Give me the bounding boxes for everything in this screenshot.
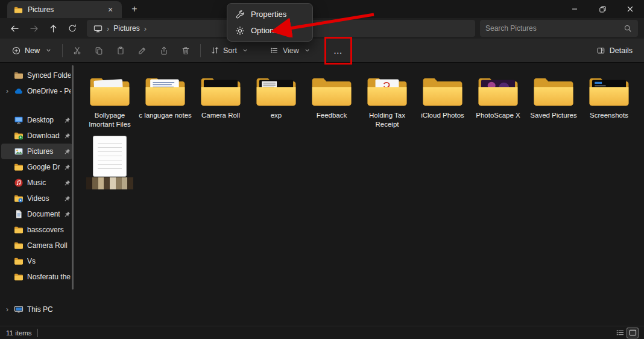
folder-item[interactable]: Bollypage Imortant Files xyxy=(82,74,137,129)
sort-button[interactable]: Sort xyxy=(204,42,256,59)
sidebar-item-camera-roll[interactable]: Camera Roll xyxy=(1,238,72,253)
command-bar: New Sort View … Details xyxy=(0,39,644,63)
file-item[interactable] xyxy=(82,136,137,192)
sidebar-item-label: Desktop xyxy=(27,116,60,124)
details-view-toggle[interactable] xyxy=(614,328,625,338)
pc-icon xyxy=(14,305,24,314)
sidebar-item-label: Nosferatu the Va xyxy=(27,273,71,281)
breadcrumb-separator: › xyxy=(107,24,109,33)
sidebar-item-this-pc[interactable]: ›This PC xyxy=(1,302,72,317)
breadcrumb-pictures[interactable]: Pictures xyxy=(113,24,139,33)
large-icons-view-toggle[interactable] xyxy=(627,328,638,338)
tab-title: Pictures xyxy=(28,5,100,14)
up-button[interactable] xyxy=(43,20,63,37)
sidebar-item-music[interactable]: Music xyxy=(1,175,72,191)
file-name: Bollypage Imortant Files xyxy=(83,111,137,129)
music-icon xyxy=(14,178,24,188)
details-button[interactable]: Details xyxy=(591,42,638,59)
rename-button[interactable] xyxy=(131,41,153,60)
folder-thumbnail xyxy=(532,74,575,109)
sidebar-item-label: OneDrive - Perso xyxy=(27,87,71,95)
folder-icon xyxy=(14,272,24,282)
chevron-right-icon[interactable]: › xyxy=(4,305,10,314)
folder-item[interactable]: Feedback xyxy=(304,74,359,129)
folder-sync-icon xyxy=(14,71,24,80)
sidebar-item-pictures[interactable]: Pictures xyxy=(1,144,72,159)
view-button-label: View xyxy=(283,46,299,55)
file-name: Feedback xyxy=(317,111,347,120)
forward-button[interactable] xyxy=(24,20,43,37)
delete-button[interactable] xyxy=(175,41,197,60)
file-name: c langugae notes xyxy=(139,111,192,120)
folder-item[interactable]: PhotoScape X xyxy=(470,74,526,129)
sidebar-list: Synced Folders›OneDrive - PersoDesktopDo… xyxy=(0,68,74,317)
folder-thumbnail xyxy=(421,74,464,109)
folder-item[interactable]: Screenshots xyxy=(581,74,637,129)
new-button[interactable]: New xyxy=(6,42,58,59)
paste-button[interactable] xyxy=(110,41,131,60)
file-grid: Bollypage Imortant Filesc langugae notes… xyxy=(82,74,644,199)
view-icon xyxy=(270,46,279,55)
sidebar-item-videos[interactable]: Videos xyxy=(1,191,72,206)
menu-item-properties[interactable]: Properties xyxy=(230,6,310,22)
folder-item[interactable]: Holding Tax Receipt xyxy=(359,74,415,129)
sidebar-item-basscovers[interactable]: basscovers xyxy=(1,222,72,238)
folder-item[interactable]: iCloud Photos xyxy=(415,74,470,129)
sidebar-item-desktop[interactable]: Desktop xyxy=(1,112,72,128)
back-button[interactable] xyxy=(5,20,24,37)
file-name: exp xyxy=(271,111,282,120)
folder-icon xyxy=(13,5,23,14)
location-icon xyxy=(93,24,103,33)
main-panel[interactable]: Bollypage Imortant Filesc langugae notes… xyxy=(74,63,644,326)
desktop-icon xyxy=(14,115,24,125)
sidebar-item-label: Google Drive xyxy=(27,163,60,171)
file-name: Saved Pictures xyxy=(530,111,576,120)
menu-item-options[interactable]: Options xyxy=(230,22,310,39)
sidebar-item-onedrive-perso[interactable]: ›OneDrive - Perso xyxy=(1,83,72,99)
chevron-right-icon[interactable]: › xyxy=(4,87,10,95)
sidebar-item-vs[interactable]: Vs xyxy=(1,253,72,269)
chevron-down-icon xyxy=(303,46,312,55)
folder-icon xyxy=(14,225,24,235)
pin-icon xyxy=(63,148,71,155)
sidebar-item-label: Videos xyxy=(27,194,60,203)
minimize-button[interactable] xyxy=(561,0,589,18)
tab-pictures[interactable]: Pictures × xyxy=(7,1,122,18)
sidebar-item-label: Documents xyxy=(27,210,60,218)
search-icon xyxy=(623,24,633,33)
close-button[interactable] xyxy=(616,0,644,18)
sidebar-item-label: Camera Roll xyxy=(27,241,71,250)
sidebar-item-google-drive[interactable]: Google Drive xyxy=(1,159,72,175)
menu-item-label: Properties xyxy=(251,10,286,19)
see-more-button[interactable]: … xyxy=(327,41,349,60)
sidebar-item-downloads[interactable]: Downloads xyxy=(1,128,72,144)
folder-item[interactable]: exp xyxy=(248,74,304,129)
view-toggles xyxy=(614,328,638,338)
copy-button[interactable] xyxy=(88,41,110,60)
view-button[interactable]: View xyxy=(264,42,318,59)
folder-item[interactable]: Camera Roll xyxy=(193,74,248,129)
folder-item[interactable]: c langugae notes xyxy=(137,74,193,129)
downloads-icon xyxy=(14,131,24,141)
share-button[interactable] xyxy=(153,41,175,60)
sidebar-item-nosferatu-the-va[interactable]: Nosferatu the Va xyxy=(1,269,72,285)
search-input[interactable] xyxy=(485,24,623,33)
document-page-thumbnail xyxy=(93,136,126,176)
cut-button[interactable] xyxy=(66,41,88,60)
sidebar-item-synced-folders[interactable]: Synced Folders xyxy=(1,68,72,83)
titlebar: Pictures × + xyxy=(0,0,644,18)
toolbar-actions xyxy=(66,41,197,60)
folder-thumbnail xyxy=(144,74,186,109)
cloud-icon xyxy=(14,86,24,96)
refresh-button[interactable] xyxy=(63,20,82,37)
folder-item[interactable]: Saved Pictures xyxy=(526,74,581,129)
folder-thumbnail xyxy=(311,74,353,109)
search-box[interactable] xyxy=(480,20,638,37)
tab-close-icon[interactable]: × xyxy=(105,4,116,15)
new-tab-button[interactable]: + xyxy=(127,2,142,16)
folder-thumbnail xyxy=(200,74,242,109)
sidebar-item-documents[interactable]: Documents xyxy=(1,206,72,222)
restore-button[interactable] xyxy=(589,0,616,18)
copy-icon xyxy=(94,46,104,55)
sidebar-scrollbar[interactable] xyxy=(72,65,74,290)
